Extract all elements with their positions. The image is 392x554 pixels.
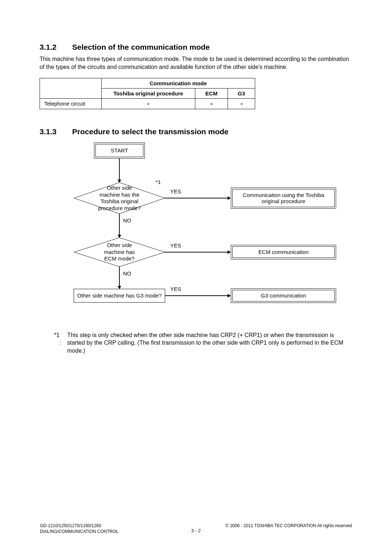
flowchart-decision3: Other side machine has G3 mode? — [74, 289, 165, 303]
table-header-c: G3 — [228, 88, 255, 98]
flowchart-start-outer: START — [94, 143, 145, 159]
section-paragraph: This machine has three types of communic… — [40, 55, 352, 71]
flowchart-line — [119, 214, 120, 235]
flowchart-arrow-icon — [228, 294, 231, 297]
flowchart-start: START — [95, 144, 143, 157]
table-cell: ∘ — [195, 98, 228, 109]
flowchart-line — [165, 295, 228, 296]
flowchart-yes-label: YES — [170, 242, 181, 249]
flowchart-no-label: NO — [123, 217, 131, 223]
flowchart-yes-label: YES — [170, 286, 181, 292]
flowchart-no-label: NO — [123, 270, 131, 276]
flowchart-result2: ECM communication — [232, 246, 335, 258]
footer-section-name: DIALING/COMMUNICATION CONTROL — [40, 529, 118, 535]
flowchart-decision2: Other side machine has ECM mode? — [74, 238, 165, 267]
flowchart-line — [165, 198, 228, 198]
footer-doc-id: GD-1210/1250/1270/1160/1260 — [40, 523, 118, 529]
flowchart-decision1: Other side machine has the Toshiba origi… — [74, 182, 165, 214]
footer-copyright: © 2006 - 2011 TOSHIBA TEC CORPORATION Al… — [225, 523, 352, 528]
footnote-text: This step is only checked when the other… — [67, 331, 352, 355]
table-cell: ∘ — [102, 98, 195, 109]
section-heading-312: 3.1.2 Selection of the communication mod… — [40, 43, 352, 52]
communication-mode-table: Communication mode Toshiba original proc… — [40, 78, 255, 109]
section-title: Selection of the communication mode — [72, 43, 210, 51]
flowchart-result1-outer: Communication using the Toshiba original… — [231, 188, 336, 209]
flowchart-result1: Communication using the Toshiba original… — [232, 189, 335, 207]
flowchart-decision2-text: Other side machine has ECM mode? — [97, 242, 142, 262]
flowchart-result2-outer: ECM communication — [231, 245, 336, 259]
footnote-marker-sub: : — [54, 339, 67, 346]
table-cell: ∘ — [228, 98, 255, 109]
flowchart-decision1-text: Other side machine has the Toshiba origi… — [97, 184, 142, 212]
footnote: *1 : This step is only checked when the … — [54, 331, 352, 355]
section-title: Procedure to select the transmission mod… — [72, 127, 229, 136]
table-header-b: ECM — [195, 88, 228, 98]
flowchart-result3-outer: G3 communication — [231, 288, 336, 303]
table-header-a: Toshiba original procedure — [102, 88, 195, 98]
footnote-marker-top: *1 — [54, 331, 67, 339]
section-heading-313: 3.1.3 Procedure to select the transmissi… — [40, 127, 352, 136]
flowchart-yes-label: YES — [170, 188, 181, 194]
flowchart-arrow-icon — [228, 250, 231, 254]
section-number: 3.1.2 — [40, 43, 70, 52]
flowchart-line — [119, 267, 120, 287]
flowchart-line — [119, 159, 120, 180]
flowchart: START *1 Other side machine has the Tosh… — [54, 143, 366, 324]
flowchart-arrow-icon — [228, 196, 231, 200]
table-merged-header: Communication mode — [102, 78, 255, 88]
footer-left: GD-1210/1250/1270/1160/1260 DIALING/COMM… — [40, 523, 118, 534]
table-row-label: Telephone circuit — [40, 98, 102, 109]
section-number: 3.1.3 — [40, 127, 70, 136]
footnote-marker: *1 : — [54, 331, 67, 355]
page-number: 3 - 2 — [191, 528, 201, 533]
flowchart-result3: G3 communication — [232, 290, 335, 301]
flowchart-line — [165, 252, 228, 253]
